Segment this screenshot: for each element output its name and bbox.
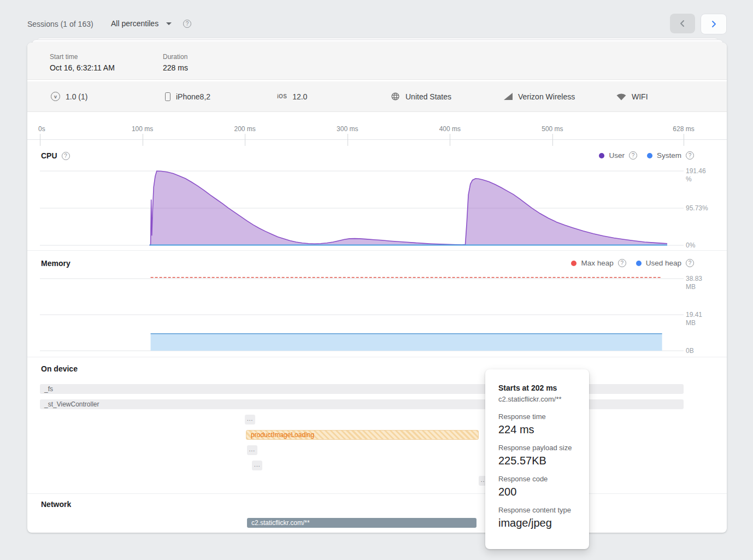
- network-request-lanes: c2.staticflickr.com/**: [27, 494, 727, 533]
- attribute-value: iPhone8,2: [176, 92, 210, 101]
- tooltip-field-label: Response payload size: [498, 444, 578, 452]
- start-time-label: Start time: [50, 53, 115, 61]
- timeline-tick-label: 400 ms: [439, 125, 461, 133]
- collapsed-traces-button[interactable]: ...: [252, 461, 262, 470]
- session-info-header: Start time Oct 16, 6:32:11 AM Duration 2…: [27, 43, 727, 80]
- attribute-value: WIFI: [632, 92, 648, 101]
- timeline-tick: [348, 134, 348, 146]
- help-icon[interactable]: ?: [62, 152, 70, 160]
- session-attributes-row: v 1.0 (1) iPhone8,2 iOS 12.0 United Stat…: [27, 81, 727, 112]
- signal-strength-icon: [504, 93, 513, 100]
- memory-section: Memory Max heap?Used heap? 38.83MB19.41M…: [27, 250, 727, 357]
- network-request-tooltip: Starts at 202 ms c2.staticflickr.com/** …: [485, 369, 589, 549]
- duration-label: Duration: [163, 53, 188, 61]
- timeline-tick-label: 500 ms: [542, 125, 563, 133]
- tooltip-field-payload-size: Response payload size 225.57KB: [498, 444, 578, 468]
- cpu-y-axis-labels: 191.46%95.73%0%: [686, 140, 724, 250]
- timeline-tick-label: 200 ms: [234, 125, 255, 133]
- start-time-value: Oct 16, 6:32:11 AM: [50, 63, 115, 72]
- y-axis-tick-label: 38.83MB: [686, 275, 702, 291]
- legend-user: User?: [599, 151, 637, 160]
- tooltip-field-label: Response code: [498, 475, 578, 483]
- help-icon[interactable]: ?: [618, 259, 626, 267]
- attribute-device-model: iPhone8,2: [165, 81, 210, 111]
- cpu-title-text: CPU: [41, 151, 57, 160]
- sessions-count-label: Sessions (1 of 163): [27, 20, 93, 28]
- legend-max-heap: Max heap?: [571, 259, 626, 267]
- tooltip-field-value: 225.57KB: [498, 454, 578, 468]
- timeline-ruler: 0s100 ms200 ms300 ms400 ms500 ms628 ms: [27, 112, 727, 140]
- network-section: Network c2.staticflickr.com/**: [27, 493, 727, 533]
- attribute-os-version: iOS 12.0: [277, 81, 307, 111]
- tooltip-field-label: Response time: [498, 412, 578, 421]
- attribute-value: Verizon Wireless: [518, 92, 575, 101]
- cpu-section-title: CPU ?: [41, 151, 70, 160]
- legend-label: System: [657, 151, 681, 160]
- chevron-right-icon: [710, 20, 717, 28]
- session-detail-card: Start time Oct 16, 6:32:11 AM Duration 2…: [27, 43, 727, 533]
- duration-field: Duration 228 ms: [163, 53, 188, 72]
- cpu-legend: User?System?: [599, 151, 694, 160]
- tooltip-field-content-type: Response content type image/jpeg: [498, 506, 578, 530]
- attribute-carrier: Verizon Wireless: [504, 81, 575, 111]
- attribute-app-version: v 1.0 (1): [51, 81, 87, 111]
- wifi-icon: [616, 93, 626, 101]
- os-icon: iOS: [277, 93, 287, 99]
- legend-dot: [599, 153, 604, 158]
- timeline-tick: [143, 134, 143, 146]
- percentiles-dropdown-label: All percentiles: [111, 19, 158, 28]
- memory-y-axis-labels: 38.83MB19.41MB0B: [686, 251, 724, 357]
- memory-section-title: Memory: [41, 259, 70, 268]
- help-icon[interactable]: ?: [183, 20, 191, 28]
- timeline-tick: [552, 134, 553, 146]
- timeline-tick-label: 628 ms: [673, 125, 694, 133]
- previous-session-button[interactable]: [670, 14, 695, 33]
- timeline-tick-label: 100 ms: [132, 125, 153, 133]
- top-toolbar: Sessions (1 of 163) All percentiles ?: [0, 0, 753, 38]
- timeline-tick: [245, 134, 245, 146]
- tooltip-field-response-code: Response code 200: [498, 475, 578, 499]
- tooltip-field-label: Response content type: [498, 506, 578, 514]
- tooltip-title: Starts at 202 ms: [498, 384, 578, 392]
- y-axis-tick-label: 19.41MB: [686, 311, 702, 327]
- tooltip-field-value: 200: [498, 485, 578, 499]
- y-axis-tick-label: 95.73%: [686, 204, 708, 213]
- chevron-down-icon: [166, 22, 172, 25]
- memory-title-text: Memory: [41, 259, 70, 268]
- attribute-country: United States: [391, 81, 451, 111]
- attribute-value: 12.0: [292, 92, 307, 101]
- next-session-button[interactable]: [701, 14, 727, 34]
- duration-value: 228 ms: [163, 63, 188, 72]
- timeline-tick: [684, 134, 684, 146]
- attribute-value: United States: [405, 92, 451, 101]
- legend-label: Max heap: [581, 259, 613, 267]
- trace-bar-productimageloading[interactable]: productImageLoading: [246, 430, 479, 440]
- y-axis-tick-label: 0B: [686, 347, 694, 355]
- phone-icon: [165, 92, 170, 101]
- timeline-tick: [450, 134, 450, 146]
- y-axis-tick-label: 191.46%: [686, 167, 706, 184]
- legend-dot: [571, 261, 576, 266]
- legend-label: Used heap: [646, 259, 681, 267]
- help-icon[interactable]: ?: [629, 151, 637, 160]
- tooltip-url: c2.staticflickr.com/**: [498, 395, 578, 403]
- cpu-section: CPU ? User?System? 191.46%95.73%0%: [27, 140, 727, 250]
- app-version-icon: v: [51, 92, 60, 101]
- attribute-radio: WIFI: [616, 81, 648, 111]
- on-device-trace-lanes: _fs_st_ViewController...productImageLoad…: [27, 357, 727, 493]
- network-request-bar[interactable]: c2.staticflickr.com/**: [247, 518, 476, 528]
- y-axis-tick-label: 0%: [686, 241, 695, 250]
- collapsed-traces-button[interactable]: ...: [245, 415, 255, 425]
- percentiles-dropdown[interactable]: All percentiles: [111, 18, 172, 29]
- globe-icon: [391, 92, 400, 101]
- tooltip-field-value: image/jpeg: [498, 516, 578, 530]
- collapsed-traces-button[interactable]: ...: [247, 445, 257, 455]
- legend-dot: [636, 261, 642, 266]
- memory-legend: Max heap?Used heap?: [571, 259, 694, 267]
- timeline-tick: [40, 134, 40, 146]
- legend-dot: [647, 153, 652, 158]
- on-device-section: On device _fs_st_ViewController...produc…: [27, 357, 727, 493]
- tooltip-field-value: 224 ms: [498, 423, 578, 437]
- attribute-value: 1.0 (1): [66, 92, 87, 101]
- legend-label: User: [609, 151, 625, 160]
